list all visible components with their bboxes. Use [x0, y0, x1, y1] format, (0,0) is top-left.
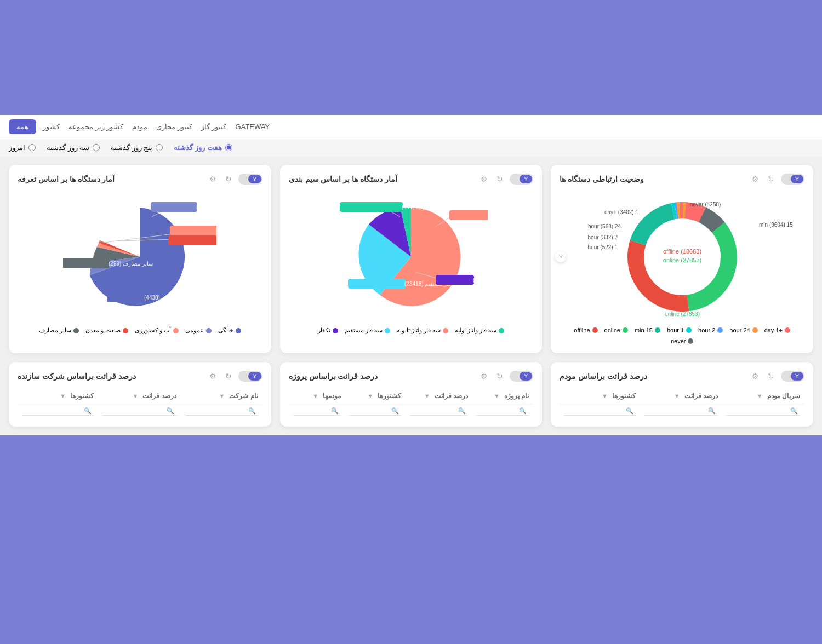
svg-text:15 min (9604): 15 min (9604) — [759, 222, 793, 228]
card5-actions: Y ↻ ⚙ — [478, 371, 533, 382]
svg-text:online (27853): online (27853) — [665, 311, 700, 317]
svg-text:offline (18683): offline (18683) — [663, 248, 701, 255]
card2-actions: Y ↻ ⚙ — [478, 174, 533, 185]
nav-item-gas-meter[interactable]: کنتور گاز — [201, 123, 227, 131]
nav-item-sub-country[interactable]: کشور زیر مجموعه — [68, 123, 123, 131]
filter-project-name[interactable]: ▼ — [492, 392, 502, 400]
nav-item-gateway[interactable]: GATEWAY — [235, 123, 270, 131]
toggle-on[interactable]: Y — [791, 175, 803, 183]
filter-5days[interactable]: پنج روز گذشته — [111, 143, 163, 152]
filter-reading[interactable]: ▼ — [672, 392, 682, 400]
filter-serial[interactable]: ▼ — [755, 392, 765, 400]
search-mfr-countries[interactable] — [22, 406, 94, 416]
radio-5days[interactable] — [156, 144, 163, 151]
refresh-btn-4[interactable]: ↻ — [766, 371, 777, 382]
search-serial-input[interactable] — [727, 406, 800, 416]
donut-chart: offline (18683) online (27853) never (42… — [611, 191, 754, 323]
toggle2-off[interactable] — [511, 175, 520, 183]
search-company[interactable] — [185, 406, 258, 416]
card2-chart: سه فاز ولتاژ ثانویه (18613) سه فاز مستقی… — [289, 191, 534, 323]
search-modems[interactable] — [293, 406, 341, 416]
radio-3days[interactable] — [93, 144, 100, 151]
search-proj-reading-cell — [406, 404, 472, 418]
search-reading-input[interactable] — [644, 406, 718, 416]
nav-bar: GATEWAY کنتور گاز کنتور مجازی مودم کشور … — [0, 115, 822, 139]
filter-modems[interactable]: ▼ — [310, 392, 321, 400]
col-modem-serial: سریال مودم ▼ — [722, 388, 804, 404]
toggle-off[interactable] — [782, 175, 791, 183]
nav-item-virtual-meter[interactable]: کنتور مجازی — [156, 123, 192, 131]
card-manufacturer-reading: Y ↻ ⚙ درصد قرائت براساس شرکت سازنده نام … — [9, 362, 271, 427]
radio-today[interactable] — [28, 144, 36, 151]
toggle6-on[interactable]: Y — [248, 372, 261, 381]
refresh-btn-2[interactable]: ↻ — [494, 174, 505, 185]
card3-toggle[interactable]: Y — [238, 174, 262, 185]
card5-title: درصد قرائت براساس پروژه — [289, 372, 378, 381]
refresh-btn-6[interactable]: ↻ — [223, 371, 234, 382]
filter-mfr-countries[interactable]: ▼ — [58, 392, 68, 400]
filter-proj-reading[interactable]: ▼ — [422, 392, 432, 400]
svg-text:2 hour (332): 2 hour (332) — [587, 234, 618, 240]
nav-item-modem[interactable]: مودم — [132, 123, 147, 131]
card4-title: درصد قرائت براساس مودم — [560, 372, 647, 381]
filter-proj-countries[interactable]: ▼ — [365, 392, 375, 400]
settings-btn-6[interactable]: ⚙ — [207, 371, 219, 382]
settings-btn-4[interactable]: ⚙ — [750, 371, 761, 382]
search-countries-input[interactable] — [564, 406, 636, 416]
card2-toggle[interactable]: Y — [510, 174, 533, 185]
settings-btn-5[interactable]: ⚙ — [478, 371, 490, 382]
project-table: نام پروژه ▼ درصد قرائت ▼ — [289, 388, 534, 418]
col-mfr-reading: درصد قرائت ▼ — [98, 388, 181, 404]
toggle5-on[interactable]: Y — [520, 372, 532, 381]
toggle4-off[interactable] — [782, 372, 791, 381]
card-wire-config: Y ↻ ⚙ آمار دستگاه ها بر اساس سیم بندی — [280, 165, 543, 353]
svg-rect-40 — [168, 235, 216, 245]
toggle3-on[interactable]: Y — [248, 175, 261, 183]
legend2-single: تکفاز — [318, 327, 338, 334]
card1-actions: Y ↻ ⚙ — [750, 174, 804, 185]
refresh-btn-3[interactable]: ↻ — [223, 174, 234, 185]
filter-3days[interactable]: سه روز گذشته — [47, 143, 100, 152]
toggle6-off[interactable] — [239, 372, 248, 381]
nav-btn-all[interactable]: همه — [9, 119, 36, 134]
toggle5-off[interactable] — [511, 372, 520, 381]
radio-7days[interactable] — [225, 144, 232, 151]
card6-header: Y ↻ ⚙ درصد قرائت براساس شرکت سازنده — [18, 371, 262, 382]
card6-toggle[interactable]: Y — [238, 371, 262, 382]
settings-btn-2[interactable]: ⚙ — [478, 174, 490, 185]
legend3-agri: آب و کشاورزی — [135, 327, 179, 334]
toggle4-on[interactable]: Y — [791, 372, 803, 381]
refresh-btn-1[interactable]: ↻ — [766, 174, 777, 185]
modem-table: سریال مودم ▼ درصد قرائت ▼ — [560, 388, 804, 418]
nav-item-country[interactable]: کشور — [43, 123, 60, 131]
card-modem-reading: Y ↻ ⚙ درصد قرائت براساس مودم سریال مودم … — [551, 362, 813, 427]
toggle2-on[interactable]: Y — [520, 175, 532, 183]
card4-toggle[interactable]: Y — [781, 371, 804, 382]
refresh-btn-5[interactable]: ↻ — [494, 371, 505, 382]
settings-btn-1[interactable]: ⚙ — [750, 174, 761, 185]
card5-toggle[interactable]: Y — [510, 371, 533, 382]
col-proj-countries: کشتورها ▼ — [345, 388, 406, 404]
collapse-arrow[interactable]: ‹ — [555, 251, 566, 262]
search-proj-countries[interactable] — [350, 406, 401, 416]
svg-rect-43 — [63, 258, 110, 268]
filter-today[interactable]: امروز — [9, 143, 36, 152]
card3-header: Y ↻ ⚙ آمار دستگاه ها بر اساس تعرفه — [18, 174, 262, 185]
search-proj-reading[interactable] — [410, 406, 468, 416]
col-countries: کشتورها ▼ — [560, 388, 640, 404]
legend-hour1: hour 1 — [667, 327, 692, 334]
search-row-5 — [289, 404, 534, 418]
search-modems-cell — [289, 404, 345, 418]
search-mfr-reading[interactable] — [102, 406, 176, 416]
card1-toggle[interactable]: Y — [781, 174, 804, 185]
filter-7days[interactable]: هفت روز گذشته — [174, 143, 232, 152]
toggle3-off[interactable] — [239, 175, 248, 183]
filter-mfr-reading[interactable]: ▼ — [130, 392, 141, 400]
legend2-secondary: سه فاز ولتاژ ثانویه — [397, 327, 448, 334]
filter-countries[interactable]: ▼ — [600, 392, 610, 400]
search-serial-cell — [722, 404, 804, 418]
search-proj-name[interactable] — [477, 406, 529, 416]
settings-btn-3[interactable]: ⚙ — [207, 174, 219, 185]
filter-company[interactable]: ▼ — [216, 392, 227, 400]
search-row — [560, 404, 804, 418]
